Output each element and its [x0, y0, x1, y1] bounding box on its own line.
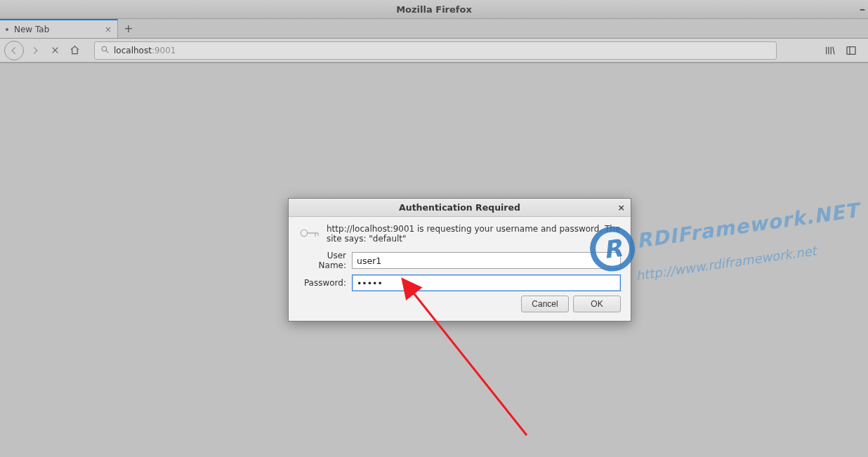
password-input[interactable] [352, 274, 621, 291]
url-host: localhost [114, 46, 152, 55]
back-button[interactable] [4, 41, 24, 60]
sidebar-button[interactable] [843, 42, 860, 59]
arrow-left-icon [9, 46, 19, 55]
search-icon [100, 45, 110, 56]
dialog-title: Authentication Required [399, 202, 520, 213]
stop-button[interactable] [46, 42, 63, 59]
url-port: :9001 [152, 46, 176, 55]
window-titlebar: Mozilla Firefox – [0, 0, 868, 19]
tab-load-indicator-icon [6, 28, 8, 31]
svg-point-2 [301, 230, 307, 236]
svg-point-0 [102, 46, 107, 51]
home-button[interactable] [66, 42, 83, 59]
username-label: User Name: [298, 251, 346, 270]
toolbar: localhost:9001 [0, 39, 868, 62]
auth-dialog: Authentication Required × http://localho… [288, 198, 631, 322]
svg-rect-1 [847, 46, 855, 54]
ok-button[interactable]: OK [573, 296, 621, 312]
close-icon [51, 46, 60, 55]
password-label: Password: [298, 278, 346, 288]
tab-new-tab[interactable]: New Tab × [0, 19, 118, 38]
plus-icon: + [124, 22, 133, 35]
tab-strip: New Tab × + [0, 19, 868, 39]
key-icon [298, 225, 327, 244]
username-input[interactable] [352, 252, 621, 269]
dialog-message: http://localhost:9001 is requesting your… [327, 224, 621, 244]
window-title: Mozilla Firefox [396, 4, 472, 15]
url-bar[interactable]: localhost:9001 [94, 41, 777, 60]
tab-label: New Tab [14, 25, 49, 34]
cancel-button[interactable]: Cancel [521, 296, 569, 312]
home-icon [70, 45, 80, 55]
new-tab-button[interactable]: + [118, 19, 139, 38]
dialog-close-button[interactable]: × [618, 202, 625, 213]
dialog-titlebar: Authentication Required × [289, 199, 631, 217]
forward-button[interactable] [27, 42, 44, 59]
arrow-right-icon [30, 46, 40, 55]
tab-close-icon[interactable]: × [105, 25, 112, 34]
panel-icon [846, 45, 857, 56]
library-icon [824, 45, 836, 56]
library-button[interactable] [822, 42, 839, 59]
minimize-icon[interactable]: – [860, 2, 865, 15]
